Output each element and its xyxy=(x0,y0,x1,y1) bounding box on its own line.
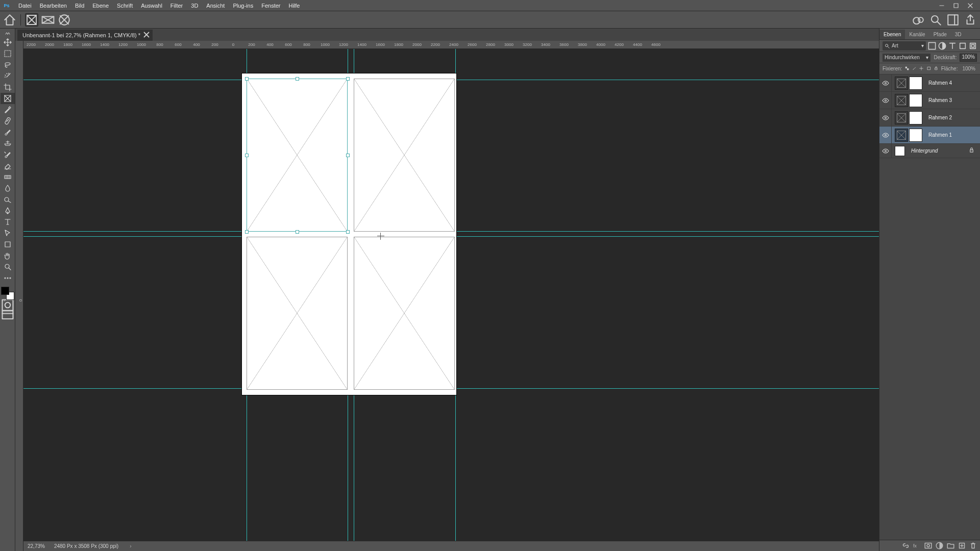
panel-tab-kanäle[interactable]: Kanäle xyxy=(905,30,929,39)
path-select-tool[interactable] xyxy=(1,228,15,239)
lock-position-icon[interactable] xyxy=(919,65,923,73)
document-tab[interactable]: Unbenannt-1 bei 22,7% (Rahmen 1, CMYK/8)… xyxy=(17,30,153,41)
lock-pixels-icon[interactable] xyxy=(912,65,916,73)
canvas-stage[interactable] xyxy=(23,49,879,541)
ruler-horizontal[interactable]: 2200200018001600140012001000800600400200… xyxy=(23,41,879,49)
tab-close-icon[interactable] xyxy=(143,32,150,38)
menu-ansicht[interactable]: Ansicht xyxy=(202,3,229,9)
panel-tab-pfade[interactable]: Pfade xyxy=(929,30,951,39)
frame-orient-h-option[interactable] xyxy=(41,13,55,27)
menu-3d[interactable]: 3D xyxy=(187,3,202,9)
menu-datei[interactable]: Datei xyxy=(14,3,36,9)
menu-plug-ins[interactable]: Plug-ins xyxy=(229,3,257,9)
layer-row[interactable]: Rahmen 1 xyxy=(879,127,980,144)
menu-bild[interactable]: Bild xyxy=(71,3,88,9)
transform-handle[interactable] xyxy=(296,230,299,234)
visibility-icon[interactable] xyxy=(879,74,892,91)
transform-handle[interactable] xyxy=(245,230,249,234)
frame-rect-option[interactable] xyxy=(25,13,38,27)
transform-handle[interactable] xyxy=(346,77,350,81)
delete-layer-icon[interactable] xyxy=(969,542,977,549)
screenmode-button[interactable] xyxy=(1,310,15,320)
menu-bearbeiten[interactable]: Bearbeiten xyxy=(36,3,71,9)
opacity-value[interactable]: 100% xyxy=(960,54,977,62)
adjustment-layer-icon[interactable] xyxy=(936,542,943,549)
history-brush-tool[interactable] xyxy=(1,149,15,160)
layer-row[interactable]: Rahmen 3 xyxy=(879,92,980,109)
frame[interactable] xyxy=(354,79,455,232)
frame-tool[interactable] xyxy=(1,93,15,104)
move-tool[interactable] xyxy=(1,37,15,48)
layer-content-thumb[interactable] xyxy=(909,77,922,90)
workspace-button[interactable] xyxy=(946,13,960,27)
cloud-docs-button[interactable] xyxy=(912,13,925,27)
visibility-icon[interactable] xyxy=(879,127,892,143)
layer-name[interactable]: Hintergrund xyxy=(911,148,969,154)
maximize-button[interactable] xyxy=(949,1,963,10)
minimize-button[interactable] xyxy=(935,1,948,10)
transform-handle[interactable] xyxy=(346,230,350,234)
zoom-tool[interactable] xyxy=(1,261,15,272)
blur-tool[interactable] xyxy=(1,183,15,194)
hand-tool[interactable] xyxy=(1,250,15,261)
menu-filter[interactable]: Filter xyxy=(166,3,187,9)
new-layer-icon[interactable] xyxy=(958,542,966,549)
transform-handle[interactable] xyxy=(245,154,249,157)
panel-tab-3d[interactable]: 3D xyxy=(951,30,966,39)
edit-toolbar-button[interactable] xyxy=(1,272,15,284)
blend-mode-select[interactable]: Hindurchwirken ▾ xyxy=(883,54,930,62)
frame[interactable] xyxy=(354,237,455,390)
layer-content-thumb[interactable] xyxy=(909,94,922,107)
link-layers-icon[interactable] xyxy=(902,542,910,549)
crop-tool[interactable] xyxy=(1,82,15,93)
frame-ellipse-option[interactable] xyxy=(58,13,71,27)
menu-schrift[interactable]: Schrift xyxy=(113,3,137,9)
transform-handle[interactable] xyxy=(296,77,299,81)
dodge-tool[interactable] xyxy=(1,194,15,205)
layer-row[interactable]: Rahmen 4 xyxy=(879,74,980,92)
brush-tool[interactable] xyxy=(1,127,15,138)
fill-value[interactable]: 100% xyxy=(961,66,977,71)
visibility-icon[interactable] xyxy=(879,144,892,158)
menu-fenster[interactable]: Fenster xyxy=(257,3,284,9)
layer-name[interactable]: Rahmen 4 xyxy=(928,80,977,86)
menu-ebene[interactable]: Ebene xyxy=(88,3,113,9)
filter-adjust-icon[interactable] xyxy=(938,42,946,50)
filter-type-icon[interactable] xyxy=(948,42,957,50)
document-dimensions[interactable]: 2480 Px x 3508 Px (300 ppi) xyxy=(54,543,118,549)
menu-hilfe[interactable]: Hilfe xyxy=(284,3,304,9)
lock-icon[interactable] xyxy=(969,147,977,154)
layer-mask-icon[interactable] xyxy=(924,542,932,549)
toolbox-expand-icon[interactable] xyxy=(0,31,15,37)
filter-pixel-icon[interactable] xyxy=(928,42,936,50)
home-button[interactable] xyxy=(3,13,16,27)
healing-brush-tool[interactable] xyxy=(1,115,15,127)
layer-name[interactable]: Rahmen 1 xyxy=(928,132,977,138)
status-menu-icon[interactable]: › xyxy=(130,543,131,549)
lock-transparent-icon[interactable] xyxy=(905,65,909,73)
layer-row[interactable]: Rahmen 2 xyxy=(879,109,980,127)
visibility-icon[interactable] xyxy=(879,92,892,109)
layer-name[interactable]: Rahmen 2 xyxy=(928,115,977,120)
shape-tool[interactable] xyxy=(1,239,15,250)
menu-auswahl[interactable]: Auswahl xyxy=(137,3,166,9)
transform-handle[interactable] xyxy=(346,154,350,157)
pen-tool[interactable] xyxy=(1,205,15,216)
layer-content-thumb[interactable] xyxy=(909,129,922,142)
eyedropper-tool[interactable] xyxy=(1,104,15,115)
frame[interactable] xyxy=(247,237,348,390)
layer-row[interactable]: Hintergrund xyxy=(879,144,980,158)
marquee-tool[interactable] xyxy=(1,48,15,59)
eraser-tool[interactable] xyxy=(1,160,15,171)
panel-tab-ebenen[interactable]: Ebenen xyxy=(879,30,905,39)
share-button[interactable] xyxy=(964,13,977,27)
layer-thumb[interactable] xyxy=(895,146,905,156)
zoom-level[interactable]: 22,73% xyxy=(28,543,45,549)
group-icon[interactable] xyxy=(947,542,954,549)
layer-name[interactable]: Rahmen 3 xyxy=(928,97,977,103)
filter-smart-icon[interactable] xyxy=(969,42,977,50)
visibility-icon[interactable] xyxy=(879,109,892,126)
type-tool[interactable] xyxy=(1,216,15,228)
layer-filter-select[interactable]: Art ▾ xyxy=(883,41,926,51)
gradient-tool[interactable] xyxy=(1,171,15,183)
